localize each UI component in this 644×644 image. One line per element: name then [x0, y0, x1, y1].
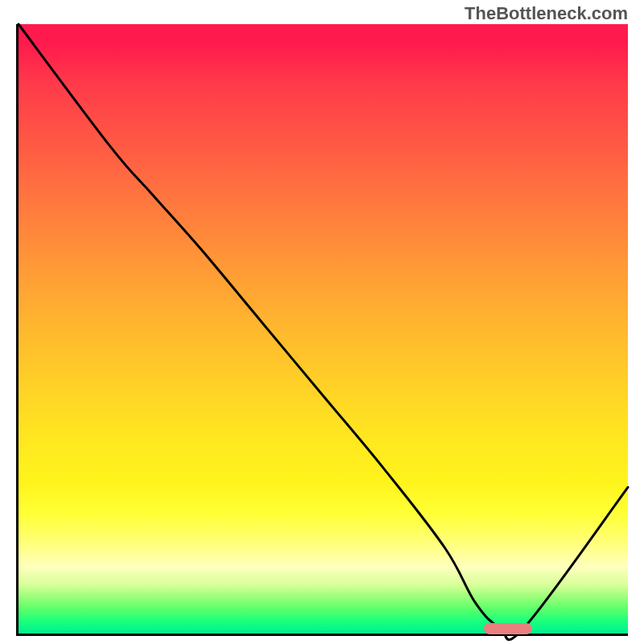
optimal-range-marker [484, 623, 533, 634]
chart-plot-area [16, 24, 628, 636]
watermark-text: TheBottleneck.com [464, 3, 628, 24]
bottleneck-curve-line [19, 24, 628, 640]
chart-svg [19, 24, 628, 634]
